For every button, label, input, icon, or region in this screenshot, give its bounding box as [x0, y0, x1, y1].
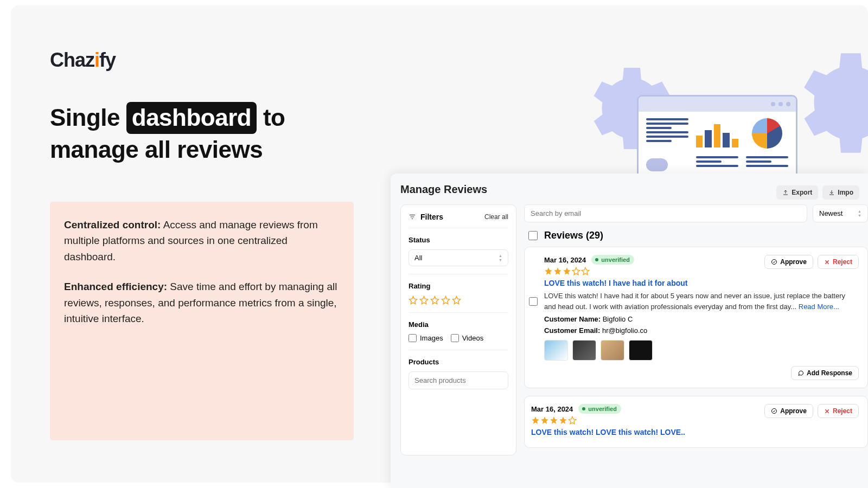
thumbnail[interactable]: [544, 340, 568, 361]
x-icon: [824, 408, 830, 414]
customer-name: Customer Name: Bigfolio C: [544, 315, 859, 323]
status-label: Status: [409, 236, 508, 244]
review-card: Mar 16, 2024 unverified: [524, 396, 868, 448]
select-caret-icon: ▲▼: [858, 209, 861, 217]
chat-icon: [797, 370, 804, 376]
read-more-link[interactable]: Read More...: [799, 303, 839, 311]
search-input[interactable]: [524, 204, 807, 222]
media-label: Media: [409, 320, 508, 329]
images-checkbox[interactable]: Images: [409, 334, 443, 342]
reject-button[interactable]: Reject: [818, 404, 859, 418]
approve-button[interactable]: Approve: [764, 404, 813, 418]
products-label: Products: [409, 358, 508, 366]
review-rating: [544, 267, 634, 275]
review-card: Mar 16, 2024 unverified: [524, 247, 868, 388]
approve-button[interactable]: Approve: [764, 255, 813, 269]
svg-point-1: [772, 409, 777, 414]
review-thumbnails: [544, 340, 859, 361]
status-select[interactable]: All ▲▼: [409, 249, 508, 266]
star-icon[interactable]: [452, 296, 461, 305]
videos-checkbox[interactable]: Videos: [451, 334, 484, 342]
review-rating: [531, 416, 621, 425]
rating-filter[interactable]: [409, 296, 508, 305]
status-badge: unverified: [591, 255, 634, 265]
export-button[interactable]: Export: [776, 185, 818, 200]
review-date: Mar 16, 2024: [531, 405, 573, 413]
review-date: Mar 16, 2024: [544, 256, 586, 264]
check-circle-icon: [771, 259, 777, 265]
star-icon[interactable]: [441, 296, 450, 305]
star-icon[interactable]: [430, 296, 439, 305]
status-badge: unverified: [578, 404, 621, 414]
review-text: LOVE this watch! I have had it for about…: [544, 291, 859, 312]
filters-panel: Filters Clear all Status All ▲▼ Rating: [400, 204, 516, 455]
brand-logo: Chazify: [50, 49, 116, 72]
add-response-button[interactable]: Add Response: [791, 366, 859, 380]
page-headline: Single dashboard to manage all reviews: [50, 102, 321, 166]
customer-email: Customer Email: hr@bigfolio.co: [544, 326, 859, 335]
filters-title: Filters: [409, 213, 443, 221]
features-panel: Centralized control: Access and manage r…: [50, 202, 354, 440]
select-caret-icon: ▲▼: [499, 254, 502, 262]
reviews-count: Reviews (29): [544, 230, 603, 241]
thumbnail[interactable]: [572, 340, 596, 361]
rating-label: Rating: [409, 282, 508, 290]
thumbnail[interactable]: [629, 340, 653, 361]
review-checkbox[interactable]: [529, 297, 538, 306]
select-all-checkbox[interactable]: [528, 231, 538, 240]
star-icon[interactable]: [419, 296, 429, 305]
x-icon: [824, 259, 830, 265]
sort-select[interactable]: Newest ▲▼: [813, 204, 868, 222]
review-title: LOVE this watch! LOVE this watch! LOVE..: [531, 428, 859, 436]
feature-item: Enhanced efficiency: Save time and effor…: [64, 279, 340, 326]
filter-icon: [409, 213, 416, 221]
clear-all-link[interactable]: Clear all: [484, 213, 508, 221]
app-dashboard: Manage Reviews Export Impo Filters Clear…: [391, 174, 868, 488]
star-icon[interactable]: [409, 296, 418, 305]
import-button[interactable]: Impo: [822, 185, 859, 200]
review-title: LOVE this watch! I have had it for about: [544, 279, 859, 287]
feature-item: Centralized control: Access and manage r…: [64, 217, 340, 265]
thumbnail[interactable]: [601, 340, 624, 361]
products-search-input[interactable]: [409, 371, 508, 389]
check-circle-icon: [771, 408, 777, 414]
svg-point-0: [772, 260, 777, 265]
reject-button[interactable]: Reject: [818, 255, 859, 269]
